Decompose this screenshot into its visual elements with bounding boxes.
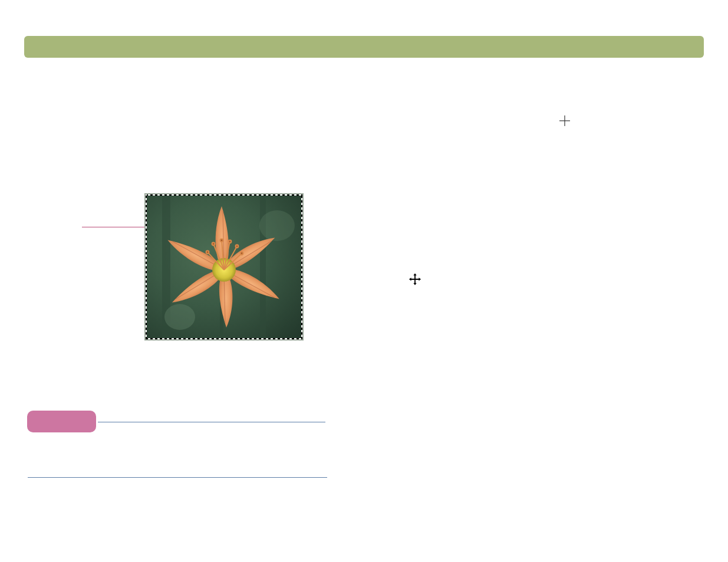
svg-point-10 [212,243,215,246]
svg-point-14 [229,240,232,243]
header-bar [24,36,704,58]
selected-image[interactable] [144,193,304,340]
svg-marker-21 [409,273,421,285]
pink-tag-button[interactable] [27,411,96,432]
svg-point-6 [164,304,195,330]
section-rule [98,422,325,422]
svg-point-20 [206,251,209,254]
plus-target-icon [559,115,570,126]
svg-point-7 [259,210,295,241]
move-cursor-icon [409,273,421,286]
svg-point-12 [220,239,223,242]
section-rule [28,477,327,478]
svg-point-16 [236,245,239,248]
svg-point-18 [241,252,243,255]
callout-line [82,227,144,227]
flower-photo [144,193,304,340]
